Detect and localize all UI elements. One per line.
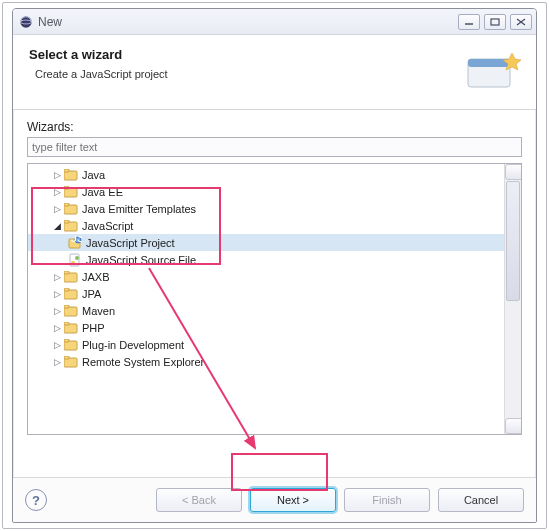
svg-text:JS: JS [71,236,82,245]
tree-item-maven[interactable]: ▷Maven [28,302,504,319]
wizard-banner-icon [462,47,522,95]
back-button[interactable]: < Back [156,488,242,512]
svg-rect-16 [64,220,69,223]
new-wizard-dialog: New Select a wizard Create a JavaScript … [12,8,537,523]
tree-item-jaxb[interactable]: ▷JAXB [28,268,504,285]
tree-item-php[interactable]: ▷PHP [28,319,504,336]
svg-rect-32 [64,339,69,342]
maximize-button[interactable] [484,14,506,30]
tree-scrollbar[interactable]: ▲ ▼ [504,164,521,434]
dialog-footer: ? < Back Next > Finish Cancel [13,477,536,522]
svg-rect-34 [64,356,69,359]
svg-rect-12 [64,186,69,189]
wizard-tree[interactable]: ▷Java ▷Java EE ▷Java Emitter Templates ◢… [27,163,522,435]
tree-item-jet[interactable]: ▷Java Emitter Templates [28,200,504,217]
window-title: New [38,15,458,29]
tree-item-javaee[interactable]: ▷Java EE [28,183,504,200]
page-title: Select a wizard [29,47,462,62]
svg-rect-26 [64,288,69,291]
next-button[interactable]: Next > [250,488,336,512]
svg-point-22 [75,256,79,260]
svg-rect-10 [64,169,69,172]
tree-item-plugin-dev[interactable]: ▷Plug-in Development [28,336,504,353]
tree-item-rse[interactable]: ▷Remote System Explorer [28,353,504,370]
tree-item-java[interactable]: ▷Java [28,166,504,183]
svg-rect-28 [64,305,69,308]
tree-item-jpa[interactable]: ▷JPA [28,285,504,302]
svg-rect-30 [64,322,69,325]
svg-rect-3 [491,19,499,25]
svg-point-21 [71,261,75,265]
finish-button[interactable]: Finish [344,488,430,512]
scroll-thumb[interactable] [506,181,520,301]
wizards-label: Wizards: [27,120,522,134]
svg-rect-14 [64,203,69,206]
wizard-header: Select a wizard Create a JavaScript proj… [13,35,536,109]
eclipse-icon [19,15,33,29]
minimize-button[interactable] [458,14,480,30]
close-button[interactable] [510,14,532,30]
tree-item-javascript-source-file[interactable]: JavaScript Source File [28,251,504,268]
filter-input[interactable] [27,137,522,157]
scroll-up-button[interactable]: ▲ [505,164,522,180]
titlebar[interactable]: New [13,9,536,35]
scroll-down-button[interactable]: ▼ [505,418,522,434]
tree-item-javascript[interactable]: ◢JavaScript [28,217,504,234]
tree-item-javascript-project[interactable]: JSJavaScript Project [28,234,504,251]
help-button[interactable]: ? [25,489,47,511]
cancel-button[interactable]: Cancel [438,488,524,512]
svg-rect-24 [64,271,69,274]
page-subtitle: Create a JavaScript project [35,68,462,80]
